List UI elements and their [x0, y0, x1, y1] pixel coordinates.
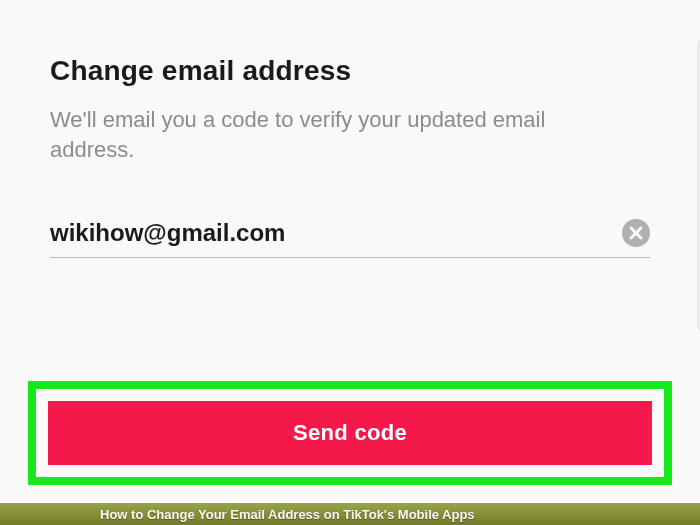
close-icon: [629, 226, 643, 240]
page-subtitle: We'll email you a code to verify your up…: [50, 105, 610, 164]
email-field-row: [50, 219, 650, 258]
change-email-screen: Change email address We'll email you a c…: [0, 0, 700, 525]
caption-text: How to Change Your Email Address on TikT…: [100, 507, 475, 522]
clear-input-button[interactable]: [622, 219, 650, 247]
page-title: Change email address: [50, 55, 650, 87]
instruction-highlight: Send code: [28, 381, 672, 485]
email-input[interactable]: [50, 219, 622, 247]
caption-bar: How to Change Your Email Address on TikT…: [0, 503, 700, 525]
send-code-button[interactable]: Send code: [48, 401, 652, 465]
